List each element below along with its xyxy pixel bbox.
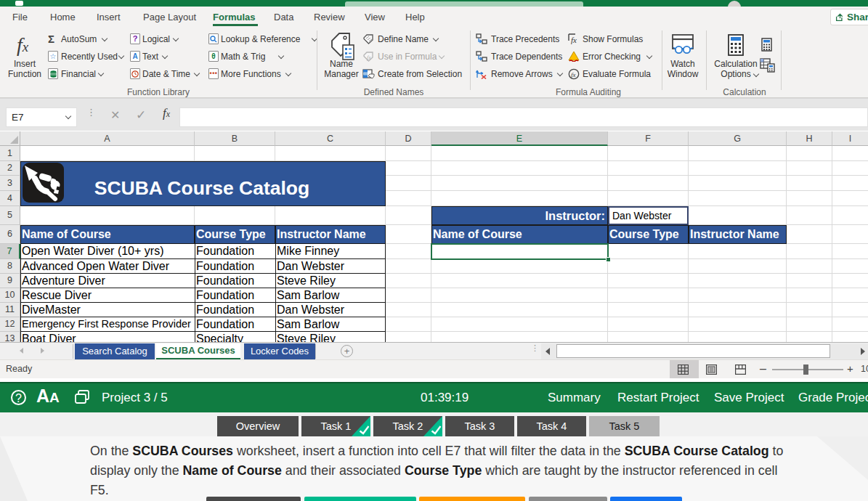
svg-text:fx: fx — [571, 71, 576, 78]
svg-text:fx: fx — [571, 36, 577, 44]
svg-text:fx: fx — [367, 54, 371, 61]
